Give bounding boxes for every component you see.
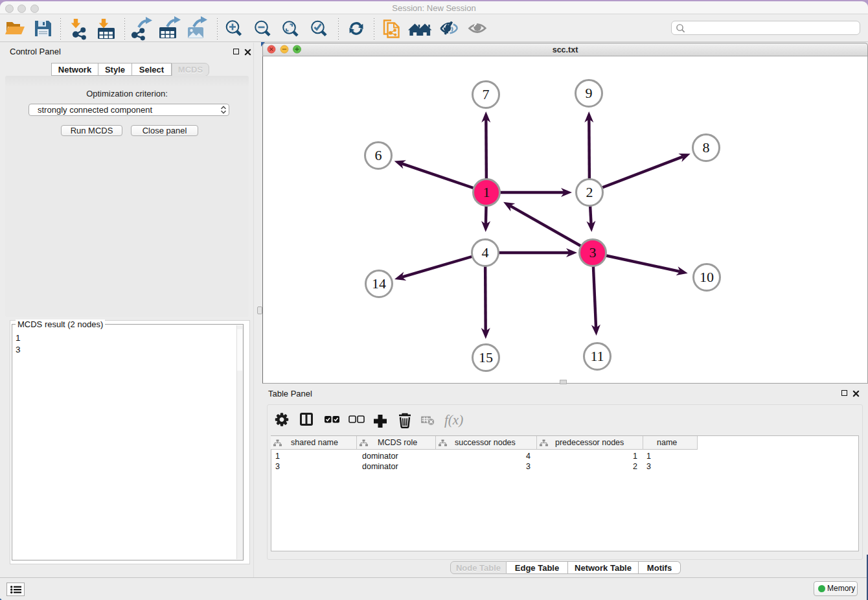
svg-text:7: 7 — [483, 86, 490, 102]
svg-text:15: 15 — [479, 349, 493, 365]
svg-text:4: 4 — [482, 244, 489, 260]
svg-text:14: 14 — [372, 275, 386, 292]
svg-text:9: 9 — [586, 85, 593, 101]
svg-text:1: 1 — [483, 184, 490, 200]
svg-text:11: 11 — [590, 348, 604, 364]
svg-text:f(x): f(x) — [444, 412, 463, 428]
svg-text:10: 10 — [700, 269, 714, 285]
svg-text:6: 6 — [375, 147, 382, 163]
svg-text:8: 8 — [703, 139, 710, 156]
svg-text:2: 2 — [586, 184, 593, 200]
svg-text:3: 3 — [589, 244, 597, 260]
